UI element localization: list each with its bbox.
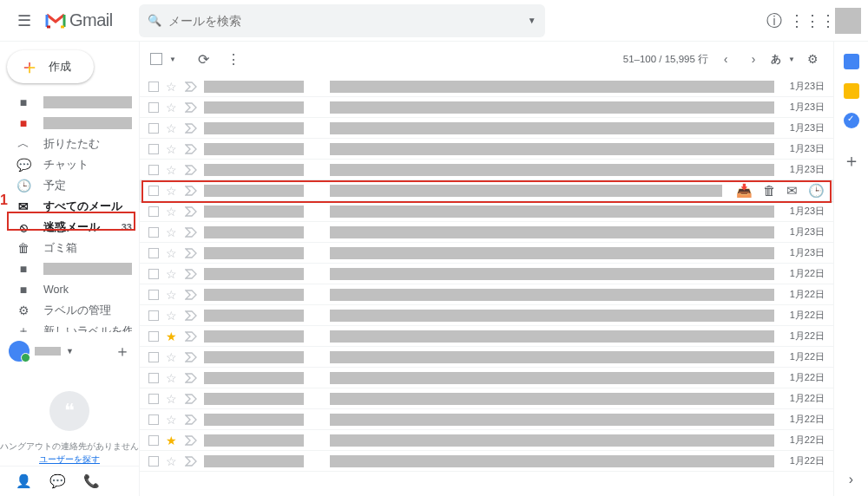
star-icon[interactable]: ☆	[166, 163, 178, 177]
row-checkbox[interactable]	[148, 269, 159, 279]
star-icon[interactable]: ☆	[166, 205, 178, 219]
tasks-addon-icon[interactable]	[844, 113, 859, 128]
star-icon[interactable]: ☆	[166, 267, 178, 281]
delete-icon[interactable]: 🗑	[763, 183, 776, 199]
star-icon[interactable]: ☆	[166, 350, 178, 364]
importance-icon[interactable]	[185, 248, 197, 258]
importance-icon[interactable]	[185, 269, 197, 279]
mail-row[interactable]: ☆1月23日	[140, 139, 833, 160]
importance-icon[interactable]	[185, 310, 197, 321]
collapse-panel-icon[interactable]: ›	[849, 472, 853, 487]
star-icon[interactable]: ☆	[166, 142, 178, 156]
account-avatar[interactable]	[835, 8, 861, 34]
star-icon[interactable]: ★	[166, 434, 178, 447]
search-box[interactable]: 🔍 ▼	[139, 4, 545, 37]
select-dropdown-icon[interactable]: ▼	[169, 55, 176, 63]
snooze-icon[interactable]: 🕒	[808, 183, 825, 199]
importance-icon[interactable]	[185, 394, 197, 404]
importance-icon[interactable]	[185, 123, 197, 134]
mail-row[interactable]: ☆1月22日	[140, 284, 833, 305]
ime-dropdown-icon[interactable]: ▼	[788, 55, 795, 63]
prev-page-icon[interactable]: ‹	[715, 52, 736, 66]
hangouts-user-chip[interactable]: ▼ ＋	[0, 337, 139, 365]
star-icon[interactable]: ☆	[166, 101, 178, 114]
sidebar-item-8[interactable]: ■	[0, 258, 139, 279]
mail-row[interactable]: ☆1月23日	[140, 97, 833, 118]
star-icon[interactable]: ☆	[166, 413, 178, 427]
apps-icon[interactable]: ⋮⋮⋮	[797, 5, 828, 36]
row-checkbox[interactable]	[148, 144, 159, 154]
ime-toggle[interactable]: あ	[771, 53, 781, 66]
hangouts-tab-icon[interactable]: 💬	[49, 473, 66, 489]
row-checkbox[interactable]	[148, 373, 159, 383]
importance-icon[interactable]	[185, 414, 197, 425]
star-icon[interactable]: ★	[166, 330, 178, 343]
contacts-tab-icon[interactable]: 👤	[16, 473, 32, 489]
row-checkbox[interactable]	[148, 248, 159, 258]
row-checkbox[interactable]	[148, 186, 159, 196]
row-checkbox[interactable]	[148, 227, 159, 238]
settings-icon[interactable]: ⚙	[802, 52, 823, 66]
more-icon[interactable]: ⋮	[221, 51, 246, 68]
refresh-icon[interactable]: ⟳	[192, 51, 216, 68]
star-icon[interactable]: ☆	[166, 184, 178, 198]
importance-icon[interactable]	[185, 186, 197, 196]
help-icon[interactable]: ⓘ	[759, 5, 790, 36]
mail-row[interactable]: ☆1月23日	[140, 160, 833, 180]
row-checkbox[interactable]	[148, 331, 159, 342]
star-icon[interactable]: ☆	[166, 246, 178, 260]
row-checkbox[interactable]	[148, 456, 159, 467]
search-dropdown-icon[interactable]: ▼	[528, 16, 536, 25]
archive-icon[interactable]: 📥	[736, 183, 753, 199]
menu-icon[interactable]: ☰	[7, 3, 42, 38]
add-contact-icon[interactable]: ＋	[115, 341, 130, 362]
mail-row[interactable]: ☆1月23日	[140, 222, 833, 243]
row-checkbox[interactable]	[148, 165, 159, 175]
next-page-icon[interactable]: ›	[743, 52, 764, 66]
sidebar-item-1[interactable]: ■	[0, 113, 139, 134]
mail-row[interactable]: ☆1月23日	[140, 118, 833, 139]
row-checkbox[interactable]	[148, 290, 159, 300]
row-checkbox[interactable]	[148, 123, 159, 134]
select-all-checkbox[interactable]	[150, 53, 162, 65]
importance-icon[interactable]	[185, 352, 197, 362]
importance-icon[interactable]	[185, 82, 197, 92]
sidebar-item-5[interactable]: ✉すべてのメール	[0, 196, 139, 217]
star-icon[interactable]: ☆	[166, 309, 178, 323]
phone-tab-icon[interactable]: 📞	[83, 473, 100, 489]
importance-icon[interactable]	[185, 373, 197, 383]
importance-icon[interactable]	[185, 331, 197, 342]
row-checkbox[interactable]	[148, 414, 159, 425]
sidebar-item-9[interactable]: ■Work	[0, 279, 139, 300]
row-checkbox[interactable]	[148, 435, 159, 446]
calendar-addon-icon[interactable]	[844, 54, 859, 69]
sidebar-item-0[interactable]: ■	[0, 92, 139, 113]
search-input[interactable]	[168, 14, 521, 28]
compose-button[interactable]: ＋ 作成	[7, 50, 94, 83]
mail-row[interactable]: ☆1月22日	[140, 347, 833, 368]
star-icon[interactable]: ☆	[166, 392, 178, 406]
sidebar-item-2[interactable]: ︿折りたたむ	[0, 134, 139, 154]
keep-addon-icon[interactable]	[844, 83, 859, 99]
importance-icon[interactable]	[185, 165, 197, 175]
mail-row[interactable]: ☆1月22日	[140, 368, 833, 388]
mail-row[interactable]: ☆ 📥 🗑 ✉ 🕒	[140, 180, 833, 201]
star-icon[interactable]: ☆	[166, 371, 178, 385]
star-icon[interactable]: ☆	[166, 225, 178, 239]
row-checkbox[interactable]	[148, 352, 159, 362]
mail-row[interactable]: ★1月22日	[140, 430, 833, 451]
importance-icon[interactable]	[185, 290, 197, 300]
sidebar-item-7[interactable]: 🗑ゴミ箱	[0, 238, 139, 258]
get-addons-icon[interactable]: ＋	[843, 149, 860, 173]
row-checkbox[interactable]	[148, 310, 159, 321]
importance-icon[interactable]	[185, 435, 197, 446]
mail-row[interactable]: ☆1月23日	[140, 243, 833, 264]
sidebar-item-6[interactable]: ⦸迷惑メール33	[0, 217, 139, 238]
importance-icon[interactable]	[185, 206, 197, 217]
star-icon[interactable]: ☆	[166, 454, 178, 468]
row-checkbox[interactable]	[148, 206, 159, 217]
sidebar-item-4[interactable]: 🕒予定	[0, 175, 139, 196]
importance-icon[interactable]	[185, 227, 197, 238]
mail-row[interactable]: ★1月22日	[140, 326, 833, 347]
sidebar-item-3[interactable]: 💬チャット	[0, 154, 139, 175]
